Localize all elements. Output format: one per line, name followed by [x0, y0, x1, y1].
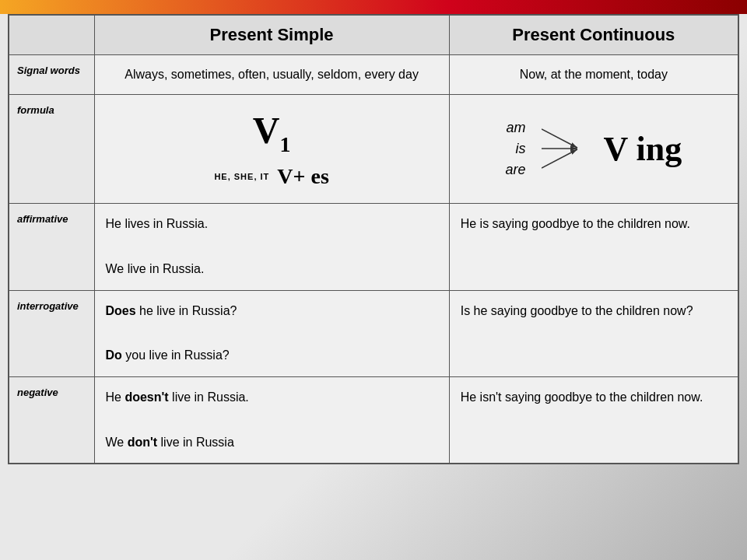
top-stripe [0, 0, 747, 14]
interrogative-does: Does [106, 304, 136, 317]
svg-line-3 [542, 149, 577, 168]
affirmative-ps-line2: We live in Russia. [106, 262, 205, 275]
formula-row: formula V1 HE, SHE, IT V+ es am is [9, 94, 738, 204]
affirmative-ps: He lives in Russia. We live in Russia. [94, 204, 449, 290]
formula-ps: V1 HE, SHE, IT V+ es [94, 94, 449, 204]
interrogative-line1-rest: he live in Russia? [136, 304, 237, 317]
affirmative-pc: He is saying goodbye to the children now… [449, 204, 738, 290]
formula-pc: am is are [449, 94, 738, 204]
formula-v1-sub: 1 [279, 131, 290, 156]
grammar-table: Present Simple Present Continuous Signal… [8, 14, 739, 464]
arrows-svg [542, 121, 588, 176]
interrogative-do: Do [106, 348, 122, 362]
content-wrapper: Present Simple Present Continuous Signal… [8, 14, 739, 552]
svg-line-1 [542, 129, 577, 148]
negative-pc: He isn't saying goodbye to the children … [449, 376, 738, 464]
header-present-simple: Present Simple [94, 15, 449, 55]
negative-line2-start: We [106, 436, 128, 449]
interrogative-line2-rest: you live in Russia? [122, 348, 230, 362]
interrogative-ps: Does he live in Russia? Do you live in R… [94, 290, 449, 376]
negative-line1-end: live in Russia. [169, 390, 249, 404]
affirmative-label: affirmative [9, 204, 94, 290]
interrogative-label: interrogative [9, 290, 94, 376]
affirmative-row: affirmative He lives in Russia. We live … [9, 204, 738, 290]
formula-am: am [505, 120, 525, 136]
negative-ps: He doesn't live in Russia. We don't live… [94, 376, 449, 464]
header-empty [9, 15, 94, 55]
interrogative-row: interrogative Does he live in Russia? Do… [9, 290, 738, 376]
formula-hesheit: HE, SHE, IT [214, 172, 269, 181]
formula-v1: V1 [103, 109, 441, 157]
negative-line2-end: live in Russia [157, 436, 234, 449]
formula-v1-letter: V [253, 110, 280, 151]
negative-doesnt: doesn't [124, 390, 168, 404]
negative-line1-start: He [106, 390, 125, 404]
formula-ves: V+ es [277, 164, 329, 189]
formula-are: are [505, 162, 525, 178]
signal-words-ps: Always, sometimes, often, usually, seldo… [94, 55, 449, 95]
signal-words-label: Signal words [9, 55, 94, 95]
signal-words-pc: Now, at the moment, today [449, 55, 738, 95]
formula-ving: V ing [604, 129, 682, 169]
header-row: Present Simple Present Continuous [9, 15, 738, 55]
negative-row: negative He doesn't live in Russia. We d… [9, 376, 738, 464]
header-present-continuous: Present Continuous [449, 15, 738, 55]
formula-label: formula [9, 94, 94, 204]
signal-words-row: Signal words Always, sometimes, often, u… [9, 55, 738, 95]
formula-pc-inner: am is are [465, 120, 722, 178]
negative-label: negative [9, 376, 94, 464]
negative-dont: don't [128, 436, 157, 449]
formula-is: is [505, 141, 525, 157]
am-is-are-group: am is are [505, 120, 525, 178]
interrogative-pc: Is he saying goodbye to the children now… [449, 290, 738, 376]
affirmative-ps-line1: He lives in Russia. [106, 217, 209, 230]
